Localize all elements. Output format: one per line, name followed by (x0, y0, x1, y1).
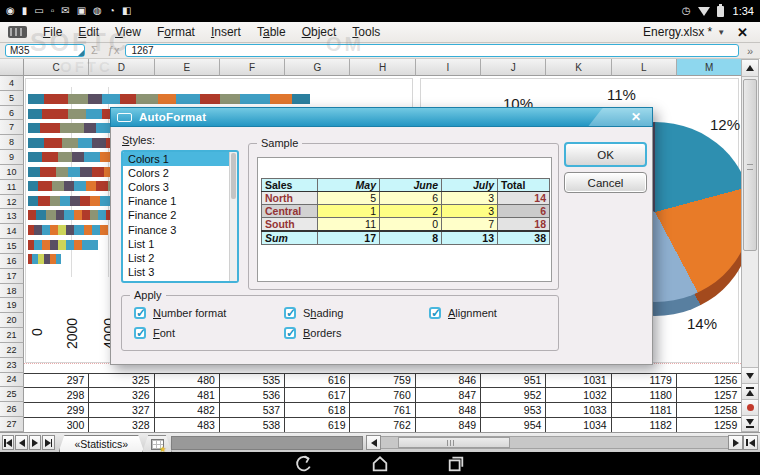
menu-table[interactable]: Table (249, 23, 294, 41)
cell[interactable]: 760 (350, 388, 415, 403)
column-header-D[interactable]: D (89, 59, 154, 76)
previous-sheet-button[interactable] (15, 435, 27, 450)
style-option[interactable]: Colors 2 (123, 166, 237, 180)
cell[interactable]: 327 (89, 403, 154, 418)
home-icon[interactable] (371, 455, 389, 473)
formula-input[interactable]: 1267 (125, 44, 738, 57)
menu-file[interactable]: File (35, 23, 70, 41)
recents-icon[interactable] (447, 455, 465, 473)
cell[interactable]: 481 (155, 388, 220, 403)
row-header-5[interactable]: 5 (0, 91, 24, 106)
cell[interactable]: 847 (416, 388, 481, 403)
row-header-18[interactable]: 18 (0, 284, 24, 299)
navigation-button[interactable] (742, 399, 758, 415)
row-header-26[interactable]: 26 (0, 402, 24, 417)
close-document-button[interactable]: ✕ (731, 25, 754, 40)
listbox-scrollbar[interactable] (229, 152, 237, 281)
row-header-11[interactable]: 11 (0, 180, 24, 195)
cell[interactable]: 536 (220, 388, 285, 403)
cell[interactable]: 761 (350, 403, 415, 418)
column-header-M[interactable]: M (677, 59, 742, 76)
cell[interactable]: 537 (220, 403, 285, 418)
row-header-21[interactable]: 21 (0, 328, 24, 343)
horizontal-scroll-thumb[interactable] (398, 437, 510, 448)
keyboard-icon[interactable] (8, 26, 27, 38)
column-header-I[interactable]: I (416, 59, 481, 76)
sum-icon[interactable]: Σ (91, 45, 98, 56)
style-option[interactable]: Colors 1 (123, 152, 237, 166)
cell[interactable]: 954 (481, 418, 546, 432)
sheet-tab-statistics[interactable]: «Statistics» (59, 435, 145, 452)
cell[interactable]: 616 (285, 373, 350, 388)
checkbox-number-format[interactable]: Number format (134, 307, 284, 319)
row-header-23[interactable]: 23 (0, 358, 24, 373)
style-option[interactable]: Finance 1 (123, 194, 237, 208)
scroll-up-button[interactable] (742, 60, 758, 77)
next-page-button[interactable] (742, 415, 758, 431)
cell-reference-box[interactable]: M35 (5, 44, 85, 57)
cell[interactable]: 619 (285, 418, 350, 432)
cell[interactable]: 1259 (677, 418, 741, 432)
cell[interactable]: 849 (416, 418, 481, 432)
insert-sheet-tab[interactable] (142, 435, 172, 452)
menu-tools[interactable]: Tools (344, 23, 388, 41)
cell[interactable]: 952 (481, 388, 546, 403)
cell[interactable]: 1031 (546, 373, 611, 388)
row-header-16[interactable]: 16 (0, 254, 24, 269)
previous-page-button[interactable] (742, 383, 758, 399)
menu-object[interactable]: Object (294, 23, 345, 41)
row-header-20[interactable]: 20 (0, 313, 24, 328)
row-header-6[interactable]: 6 (0, 106, 24, 121)
checkbox-borders[interactable]: Borders (284, 327, 429, 339)
column-header-J[interactable]: J (481, 59, 546, 76)
row-header-12[interactable]: 12 (0, 195, 24, 210)
column-header-F[interactable]: F (220, 59, 285, 76)
row-header-15[interactable]: 15 (0, 239, 24, 254)
menu-edit[interactable]: Edit (70, 23, 107, 41)
row-header-19[interactable]: 19 (0, 298, 24, 313)
cell[interactable]: 297 (24, 373, 89, 388)
cell[interactable]: 483 (155, 418, 220, 432)
style-option[interactable]: Finance 2 (123, 208, 237, 222)
cell[interactable]: 1256 (677, 373, 741, 388)
column-header-C[interactable]: C (24, 59, 89, 76)
next-sheet-button[interactable] (29, 435, 41, 450)
cell[interactable]: 1180 (612, 388, 677, 403)
style-option[interactable]: Finance 3 (123, 222, 237, 236)
column-header-K[interactable]: K (546, 59, 611, 76)
dialog-close-icon[interactable]: ✕ (626, 110, 646, 124)
document-title[interactable]: Energy.xlsx * (643, 25, 712, 39)
first-sheet-button[interactable] (2, 435, 14, 450)
row-header-7[interactable]: 7 (0, 120, 24, 135)
cell[interactable]: 1179 (612, 373, 677, 388)
row-header-25[interactable]: 25 (0, 387, 24, 402)
split-view-button[interactable] (743, 435, 758, 450)
row-header-9[interactable]: 9 (0, 150, 24, 165)
cell[interactable]: 538 (220, 418, 285, 432)
cell[interactable]: 762 (350, 418, 415, 432)
ok-button[interactable]: OK (564, 142, 647, 167)
vertical-scroll-thumb[interactable] (743, 79, 757, 251)
row-header-14[interactable]: 14 (0, 224, 24, 239)
row-header-22[interactable]: 22 (0, 343, 24, 358)
checkbox-shading[interactable]: Shading (284, 307, 429, 319)
cell[interactable]: 326 (89, 388, 154, 403)
cell[interactable]: 298 (24, 388, 89, 403)
column-header-G[interactable]: G (285, 59, 350, 76)
cell[interactable]: 482 (155, 403, 220, 418)
cell[interactable]: 1034 (546, 418, 611, 432)
cell[interactable]: 480 (155, 373, 220, 388)
cell[interactable]: 617 (285, 388, 350, 403)
formula-bar-expand-button[interactable]: » (745, 45, 755, 57)
cancel-button[interactable]: Cancel (564, 172, 647, 193)
row-header-10[interactable]: 10 (0, 165, 24, 180)
cell[interactable]: 618 (285, 403, 350, 418)
column-header-E[interactable]: E (155, 59, 220, 76)
menu-view[interactable]: View (107, 23, 149, 41)
cell[interactable]: 535 (220, 373, 285, 388)
cell[interactable]: 759 (350, 373, 415, 388)
cell[interactable]: 299 (24, 403, 89, 418)
listbox-scroll-thumb[interactable] (231, 153, 236, 199)
cell[interactable]: 1032 (546, 388, 611, 403)
cell[interactable]: 953 (481, 403, 546, 418)
